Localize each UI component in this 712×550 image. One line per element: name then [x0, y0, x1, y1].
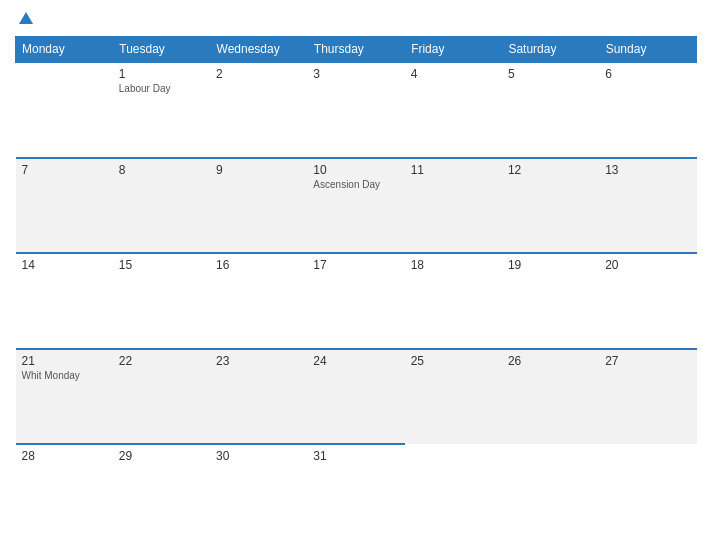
weekday-header-thursday: Thursday: [307, 37, 404, 63]
day-number: 6: [605, 67, 690, 81]
day-number: 16: [216, 258, 301, 272]
calendar-cell: [502, 444, 599, 540]
day-number: 7: [22, 163, 107, 177]
day-number: 12: [508, 163, 593, 177]
calendar-cell: 20: [599, 253, 696, 349]
day-number: 17: [313, 258, 398, 272]
day-number: 29: [119, 449, 204, 463]
calendar-cell: 28: [16, 444, 113, 540]
calendar-cell: 29: [113, 444, 210, 540]
week-row-4: 21Whit Monday222324252627: [16, 349, 697, 445]
day-number: 27: [605, 354, 690, 368]
calendar-cell: 2: [210, 62, 307, 158]
weekday-header-saturday: Saturday: [502, 37, 599, 63]
day-number: 22: [119, 354, 204, 368]
logo-triangle-icon: [19, 12, 33, 24]
day-number: 4: [411, 67, 496, 81]
calendar-cell: 13: [599, 158, 696, 254]
calendar-cell: 31: [307, 444, 404, 540]
day-number: 1: [119, 67, 204, 81]
calendar-cell: 6: [599, 62, 696, 158]
calendar-cell: 19: [502, 253, 599, 349]
holiday-name: Labour Day: [119, 83, 204, 94]
day-number: 25: [411, 354, 496, 368]
day-number: 26: [508, 354, 593, 368]
weekday-header-wednesday: Wednesday: [210, 37, 307, 63]
calendar-cell: 18: [405, 253, 502, 349]
weekday-header-friday: Friday: [405, 37, 502, 63]
week-row-2: 78910Ascension Day111213: [16, 158, 697, 254]
day-number: 13: [605, 163, 690, 177]
day-number: 9: [216, 163, 301, 177]
calendar-cell: 24: [307, 349, 404, 445]
day-number: 23: [216, 354, 301, 368]
calendar-cell: 21Whit Monday: [16, 349, 113, 445]
calendar-cell: 9: [210, 158, 307, 254]
logo: [15, 10, 37, 28]
day-number: 3: [313, 67, 398, 81]
day-number: 5: [508, 67, 593, 81]
day-number: 28: [22, 449, 107, 463]
holiday-name: Ascension Day: [313, 179, 398, 190]
calendar-cell: 3: [307, 62, 404, 158]
calendar-cell: 15: [113, 253, 210, 349]
calendar-cell: 8: [113, 158, 210, 254]
day-number: 14: [22, 258, 107, 272]
holiday-name: Whit Monday: [22, 370, 107, 381]
calendar-cell: 23: [210, 349, 307, 445]
calendar-cell: 25: [405, 349, 502, 445]
calendar-cell: 16: [210, 253, 307, 349]
calendar-cell: 30: [210, 444, 307, 540]
day-number: 10: [313, 163, 398, 177]
calendar-cell: 14: [16, 253, 113, 349]
weekday-header-sunday: Sunday: [599, 37, 696, 63]
calendar-cell: 26: [502, 349, 599, 445]
calendar-table: MondayTuesdayWednesdayThursdayFridaySatu…: [15, 36, 697, 540]
weekday-header-monday: Monday: [16, 37, 113, 63]
weekday-header-row: MondayTuesdayWednesdayThursdayFridaySatu…: [16, 37, 697, 63]
day-number: 11: [411, 163, 496, 177]
day-number: 2: [216, 67, 301, 81]
day-number: 30: [216, 449, 301, 463]
weekday-header-tuesday: Tuesday: [113, 37, 210, 63]
calendar-cell: [16, 62, 113, 158]
day-number: 19: [508, 258, 593, 272]
day-number: 8: [119, 163, 204, 177]
day-number: 18: [411, 258, 496, 272]
week-row-1: 1Labour Day23456: [16, 62, 697, 158]
calendar-cell: [405, 444, 502, 540]
week-row-3: 14151617181920: [16, 253, 697, 349]
calendar-cell: 12: [502, 158, 599, 254]
day-number: 20: [605, 258, 690, 272]
calendar-cell: 7: [16, 158, 113, 254]
calendar-cell: 11: [405, 158, 502, 254]
calendar-cell: 1Labour Day: [113, 62, 210, 158]
day-number: 31: [313, 449, 398, 463]
calendar-cell: 17: [307, 253, 404, 349]
calendar-cell: 10Ascension Day: [307, 158, 404, 254]
week-row-5: 28293031: [16, 444, 697, 540]
calendar-cell: [599, 444, 696, 540]
day-number: 21: [22, 354, 107, 368]
day-number: 24: [313, 354, 398, 368]
calendar-cell: 27: [599, 349, 696, 445]
calendar-cell: 5: [502, 62, 599, 158]
day-number: 15: [119, 258, 204, 272]
calendar-header: [15, 10, 697, 28]
calendar-cell: 22: [113, 349, 210, 445]
calendar-cell: 4: [405, 62, 502, 158]
